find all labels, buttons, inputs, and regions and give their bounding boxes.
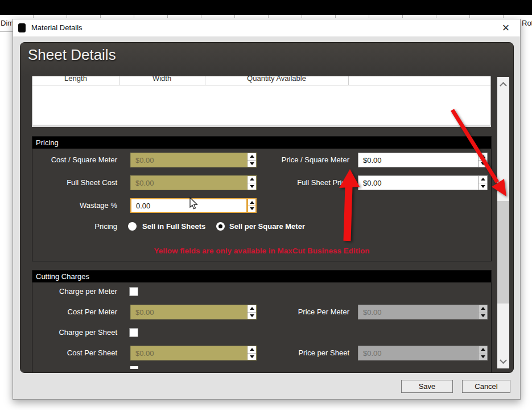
spinner[interactable] — [248, 198, 257, 213]
cost-per-meter-field — [130, 305, 257, 319]
sell-mode-label: Pricing — [25, 222, 117, 231]
price-per-square-meter-label: Price / Square Meter — [245, 153, 349, 167]
cost-per-square-meter-field — [130, 153, 257, 167]
full-sheet-price-field — [358, 175, 488, 190]
price-per-meter-label: Price Per Meter — [245, 305, 349, 319]
column-header-length[interactable]: Length — [33, 76, 118, 85]
spinner-up-icon[interactable] — [248, 199, 255, 206]
wastage-input[interactable] — [131, 199, 246, 212]
spinner-up-icon[interactable] — [479, 153, 487, 160]
dialog-title: Material Details — [31, 23, 83, 32]
full-sheet-cost-input[interactable] — [131, 176, 247, 190]
background-window-black-bar — [0, 0, 532, 15]
cost-per-meter-input[interactable] — [131, 305, 247, 319]
spinner-down-icon[interactable] — [479, 312, 487, 319]
pricing-section-header: Pricing — [32, 137, 491, 149]
price-per-square-meter-field — [358, 153, 488, 167]
background-grid-line — [0, 31, 13, 32]
full-sheet-cost-label: Full Sheet Cost — [25, 175, 117, 190]
scrollbar-thumb[interactable] — [497, 201, 509, 304]
price-per-sheet-label: Price per Sheet — [245, 346, 349, 360]
cost-per-square-meter-input[interactable] — [131, 153, 247, 167]
price-per-sheet-field — [358, 346, 488, 360]
table-header-row: Length Width Quantity Available — [32, 76, 490, 85]
column-divider — [205, 76, 205, 85]
column-divider — [348, 76, 349, 85]
price-per-square-meter-input[interactable] — [358, 153, 478, 167]
column-divider — [119, 76, 119, 85]
screen: Dim Rot Material Details × Sheet Details… — [0, 0, 532, 410]
radio-sell-in-full-sheets[interactable] — [128, 222, 137, 231]
save-button[interactable]: Save — [401, 380, 453, 393]
background-column-label-right: Rot — [522, 19, 532, 27]
charge-per-sheet-label: Charge per Sheet — [25, 328, 117, 337]
cost-per-sheet-label: Cost Per Sheet — [25, 346, 117, 360]
scrollbar-down-icon[interactable] — [497, 355, 509, 368]
panel-scrollbar[interactable] — [497, 77, 509, 368]
full-sheet-price-label: Full Sheet Price — [245, 175, 349, 190]
panel-title: Sheet Details — [28, 46, 116, 64]
full-sheet-price-input[interactable] — [358, 176, 478, 190]
app-icon — [18, 23, 26, 32]
radio-selected-dot — [218, 224, 222, 228]
radio-sell-per-square-meter-label[interactable]: Sell per Square Meter — [229, 222, 305, 231]
radio-sell-per-square-meter[interactable] — [216, 222, 225, 231]
spinner-up-icon[interactable] — [479, 346, 487, 353]
cost-per-sheet-input[interactable] — [131, 346, 247, 360]
full-sheet-cost-field — [130, 175, 257, 190]
cost-per-sheet-field — [130, 346, 257, 360]
sheet-details-panel: Sheet Details Length Width Quantity Avai… — [20, 42, 514, 373]
wastage-label: Wastage % — [25, 198, 117, 213]
charge-per-sheet-checkbox[interactable] — [129, 328, 138, 337]
spinner[interactable] — [479, 153, 488, 167]
charge-per-meter-label: Charge per Meter — [25, 287, 117, 296]
radio-sell-in-full-sheets-label[interactable]: Sell in Full Sheets — [142, 222, 205, 231]
cost-per-meter-label: Cost Per Meter — [25, 305, 117, 319]
clipped-checkbox — [130, 366, 138, 369]
table-bottom-edge — [32, 125, 491, 127]
scrollbar-up-icon[interactable] — [497, 77, 509, 91]
spinner-down-icon[interactable] — [479, 183, 487, 190]
price-per-meter-field — [358, 305, 488, 319]
cutting-charges-section-header: Cutting Charges — [32, 270, 491, 282]
price-per-meter-input[interactable] — [358, 305, 478, 319]
wastage-field — [130, 198, 257, 213]
price-per-sheet-input[interactable] — [358, 346, 478, 360]
charge-per-meter-checkbox[interactable] — [129, 287, 138, 296]
spinner-up-icon[interactable] — [479, 176, 487, 183]
column-header-quantity-available[interactable]: Quantity Available — [205, 76, 348, 85]
cancel-button[interactable]: Cancel — [462, 380, 510, 393]
spinner[interactable] — [479, 346, 488, 360]
spinner-down-icon[interactable] — [248, 206, 255, 212]
business-edition-note: Yellow fields are only available in MaxC… — [32, 247, 492, 255]
background-table-header-strip — [0, 15, 532, 18]
spinner[interactable] — [479, 175, 488, 190]
spinner-down-icon[interactable] — [479, 353, 487, 360]
stock-sizes-table[interactable]: Length Width Quantity Available — [32, 76, 491, 125]
cost-per-square-meter-label: Cost / Square Meter — [25, 153, 117, 167]
close-icon[interactable]: × — [497, 20, 514, 35]
spinner-up-icon[interactable] — [479, 305, 487, 312]
dialog-title-bar — [13, 19, 520, 36]
column-header-width[interactable]: Width — [119, 76, 205, 85]
background-column-label-left: Dim — [1, 19, 14, 27]
spinner-down-icon[interactable] — [479, 160, 487, 167]
spinner[interactable] — [479, 305, 488, 319]
